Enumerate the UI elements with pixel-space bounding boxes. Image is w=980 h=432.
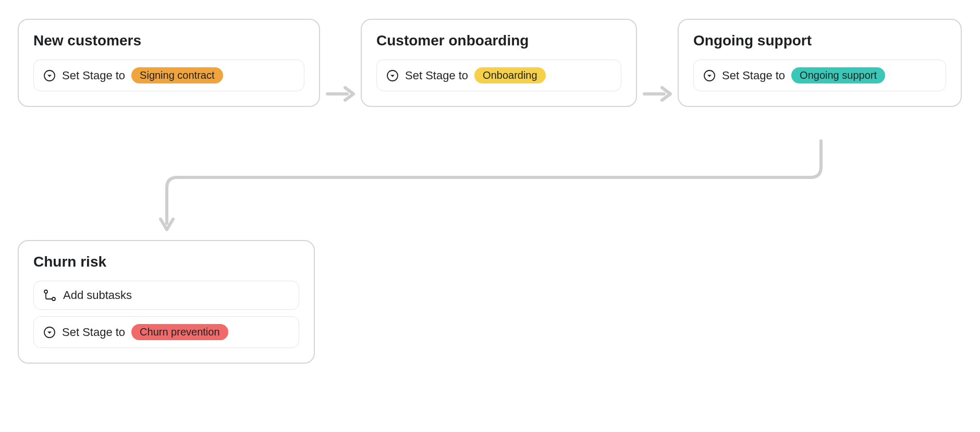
stage-pill: Churn prevention: [131, 324, 228, 340]
connector-down-icon: [156, 141, 839, 240]
card-ongoing-support[interactable]: Ongoing support Set Stage to Ongoing sup…: [678, 19, 962, 107]
action-label: Set Stage to: [405, 69, 468, 82]
stage-pill: Ongoing support: [791, 67, 885, 83]
card-churn-risk[interactable]: Churn risk Add subtasks Set Stage to Chu…: [18, 240, 315, 364]
subtask-icon: [43, 289, 57, 302]
action-label: Add subtasks: [63, 289, 132, 302]
dropdown-circle-icon: [703, 69, 716, 82]
action-set-stage[interactable]: Set Stage to Onboarding: [376, 59, 621, 91]
stage-pill: Signing contract: [131, 67, 223, 83]
card-title: Customer onboarding: [376, 32, 621, 49]
stage-pill: Onboarding: [474, 67, 546, 83]
action-set-stage[interactable]: Set Stage to Churn prevention: [33, 316, 299, 348]
card-title: Ongoing support: [693, 32, 946, 49]
dropdown-circle-icon: [386, 69, 399, 82]
card-customer-onboarding[interactable]: Customer onboarding Set Stage to Onboard…: [361, 19, 637, 107]
svg-point-6: [52, 297, 55, 301]
card-title: Churn risk: [33, 254, 299, 270]
action-label: Set Stage to: [62, 69, 125, 82]
dropdown-circle-icon: [43, 326, 56, 339]
action-set-stage[interactable]: Set Stage to Ongoing support: [693, 59, 946, 91]
action-label: Set Stage to: [722, 69, 785, 82]
arrow-right-icon: [642, 83, 672, 104]
svg-point-5: [44, 290, 47, 293]
card-title: New customers: [33, 32, 304, 49]
action-label: Set Stage to: [62, 326, 125, 339]
action-set-stage[interactable]: Set Stage to Signing contract: [33, 59, 304, 91]
arrow-right-icon: [325, 83, 356, 104]
action-add-subtasks[interactable]: Add subtasks: [33, 281, 299, 310]
dropdown-circle-icon: [43, 69, 56, 82]
card-new-customers[interactable]: New customers Set Stage to Signing contr…: [18, 19, 320, 107]
workflow-canvas: New customers Set Stage to Signing contr…: [0, 0, 980, 432]
